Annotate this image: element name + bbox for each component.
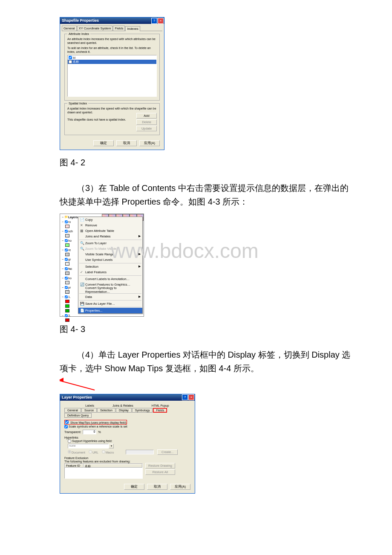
- layer-swatch: [65, 225, 69, 228]
- list-item[interactable]: Id: [68, 55, 156, 60]
- menu-convert-symbology-rep[interactable]: Convert Symbology to Representation…: [78, 287, 142, 293]
- toc-layer[interactable]: −3.: [61, 313, 91, 318]
- close-button[interactable]: ×: [158, 18, 164, 24]
- attribute-index-desc1: An attribute index increases the speed w…: [67, 37, 157, 45]
- menu-visible-scale-range[interactable]: Visible Scale Range▶: [78, 251, 142, 257]
- menu-label: Properties...: [85, 309, 141, 312]
- layer-checkbox[interactable]: [65, 286, 68, 289]
- submenu-arrow-icon: ▶: [138, 295, 141, 298]
- attribute-index-legend: Attribute Index: [67, 32, 90, 36]
- menu-convert-labels-annotation[interactable]: Convert Labels to Annotation…: [78, 276, 142, 282]
- menu-label: Visible Scale Range: [85, 252, 138, 256]
- menu-remove[interactable]: ✕Remove: [78, 223, 142, 228]
- menu-label: Convert Symbology to Representation…: [85, 286, 141, 294]
- tab-general[interactable]: General: [64, 408, 81, 413]
- layer-checkbox[interactable]: [65, 277, 68, 280]
- layer-label: fac: [68, 267, 72, 270]
- radio-label: URL: [92, 451, 98, 454]
- spatial-index-status: This shapefile does not have a spatial i…: [67, 118, 133, 121]
- attribute-index-group: Attribute Index An attribute index incre…: [64, 34, 160, 101]
- layer-checkbox[interactable]: [65, 258, 68, 261]
- col-name[interactable]: 名称: [84, 464, 142, 468]
- help-button[interactable]: ?: [151, 18, 157, 24]
- tab-display[interactable]: Display: [116, 408, 132, 413]
- menu-label: Joins and Relates: [85, 234, 138, 238]
- layer-checkbox[interactable]: [65, 230, 68, 233]
- zoom-icon: 🔍: [80, 241, 85, 245]
- tab-general[interactable]: General: [62, 26, 77, 31]
- cancel-button[interactable]: 取消: [147, 484, 167, 490]
- apply-button[interactable]: 应用(A): [139, 140, 160, 146]
- tab-fields[interactable]: Fields: [113, 26, 125, 31]
- tab-coordsys[interactable]: XY Coordinate System: [77, 26, 113, 31]
- create-button: Create...: [157, 449, 178, 455]
- layer-checkbox[interactable]: [65, 314, 68, 317]
- support-hyperlinks-checkbox[interactable]: [68, 439, 71, 443]
- menu-selection[interactable]: Selection▶: [78, 264, 142, 269]
- layer-swatch: [65, 253, 69, 256]
- menu-label: Remove: [85, 223, 141, 227]
- hyperlinks-label: Hyperlinks: [64, 436, 190, 439]
- exclusion-table[interactable]: Feature ID 名称: [64, 463, 143, 479]
- list-item[interactable]: 名称: [68, 60, 156, 64]
- properties-icon: 📄: [80, 309, 85, 312]
- tab-symbology[interactable]: Symbology: [132, 408, 153, 413]
- tab-indexes[interactable]: Indexes: [125, 26, 140, 31]
- menu-label: Data: [85, 295, 138, 299]
- menu-open-attribute-table[interactable]: ▦Open Attribute Table: [78, 228, 142, 234]
- menu-use-symbol-levels[interactable]: Use Symbol Levels: [78, 257, 142, 263]
- menu-data[interactable]: Data▶: [78, 294, 142, 300]
- remove-icon: ✕: [80, 223, 85, 227]
- context-menu: 📄Copy ✕Remove ▦Open Attribute Table Join…: [78, 217, 143, 314]
- tab-joins-relates[interactable]: Joins & Relates: [110, 404, 136, 408]
- show-maptips-checkbox[interactable]: [65, 420, 69, 424]
- tab-fields[interactable]: Fields: [153, 408, 167, 413]
- id-checkbox[interactable]: [69, 56, 72, 59]
- transparent-input[interactable]: 0: [83, 430, 96, 434]
- menu-zoom-to-layer[interactable]: 🔍Zoom To Layer: [78, 240, 142, 246]
- layer-checkbox[interactable]: [65, 220, 68, 223]
- menu-save-as-layer-file[interactable]: 💾Save As Layer File…: [78, 301, 142, 306]
- close-button[interactable]: ×: [188, 394, 194, 400]
- col-feature-id[interactable]: Feature ID: [65, 464, 84, 468]
- layer-label: ho: [68, 239, 72, 242]
- layer-checkbox[interactable]: [65, 249, 68, 251]
- combo-value: none: [68, 444, 109, 448]
- tab-labels[interactable]: Labels: [83, 404, 97, 408]
- layer-checkbox[interactable]: [65, 239, 68, 242]
- ok-button[interactable]: 确定: [93, 140, 114, 146]
- menu-separator: [79, 275, 141, 276]
- dialog-buttons: 确定 取消 应用(A): [60, 481, 195, 493]
- tab-source[interactable]: Source: [81, 408, 97, 413]
- list-item-label: Id: [73, 56, 75, 59]
- layer-swatch: [65, 281, 69, 284]
- menu-copy[interactable]: 📄Copy: [78, 217, 142, 223]
- figure-caption: 图 4- 3: [60, 324, 354, 335]
- scale-symbols-label: Scale symbols when a reference scale is …: [69, 425, 127, 428]
- restore-all-button: Restore All: [145, 469, 175, 475]
- spatial-index-group: Spatial Index A spatial index increases …: [64, 103, 160, 135]
- shapefile-properties-dialog: Shapefile Properties ? × General XY Coor…: [60, 17, 164, 150]
- tab-html-popup[interactable]: HTML Popup: [149, 404, 172, 408]
- dropdown-button: ▾: [109, 444, 114, 448]
- layer-checkbox[interactable]: [65, 267, 68, 270]
- menu-properties[interactable]: 📄Properties...: [78, 308, 142, 313]
- menu-label-features[interactable]: ✓Label Features: [78, 269, 142, 275]
- tab-selection[interactable]: Selection: [97, 408, 115, 413]
- scale-symbols-checkbox[interactable]: [64, 425, 68, 428]
- help-button[interactable]: ?: [182, 394, 188, 400]
- add-button[interactable]: Add: [136, 113, 157, 119]
- tab-definition-query[interactable]: Definition Query: [64, 413, 92, 418]
- apply-button[interactable]: 应用(A): [170, 484, 190, 490]
- layer-checkbox[interactable]: [65, 295, 68, 298]
- cancel-button[interactable]: 取消: [116, 140, 137, 146]
- menu-zoom-to-visible: 🔍Zoom To Make Visible: [78, 246, 142, 251]
- name-checkbox[interactable]: [69, 60, 72, 64]
- attribute-list[interactable]: Id 名称: [67, 55, 157, 97]
- ok-button[interactable]: 确定: [124, 484, 144, 490]
- menu-joins-relates[interactable]: Joins and Relates▶: [78, 234, 142, 239]
- radio-label: Document: [72, 451, 85, 454]
- attribute-index-desc2: To add an index for an attribute, check …: [67, 46, 157, 54]
- layer-label: 1.: [68, 295, 71, 298]
- titlebar: Shapefile Properties ? ×: [60, 17, 164, 24]
